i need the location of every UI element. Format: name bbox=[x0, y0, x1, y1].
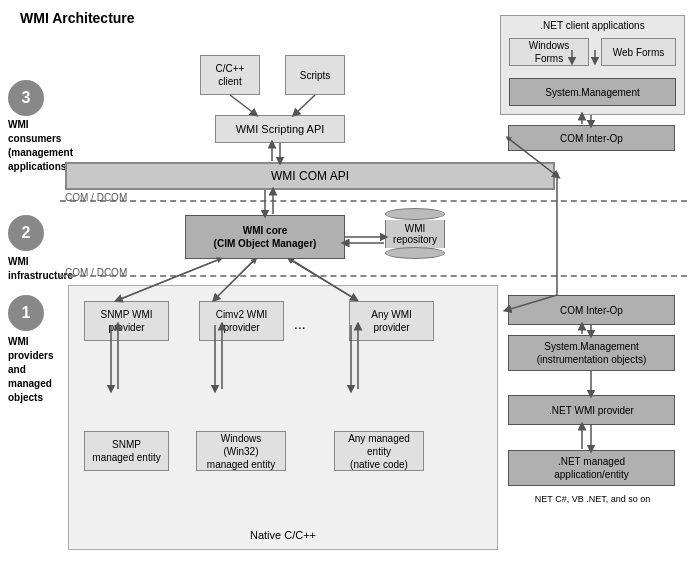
wmi-repository-cylinder: WMI repository bbox=[385, 208, 445, 259]
system-management-bottom-box: System.Management (instrumentation objec… bbox=[508, 335, 675, 371]
dotnet-managed-app-box: .NET managed application/entity bbox=[508, 450, 675, 486]
wmi-com-api-box: WMI COM API bbox=[65, 162, 555, 190]
layer3-label: WMI consumers (management applications) bbox=[8, 118, 63, 174]
system-management-top-box: System.Management bbox=[509, 78, 676, 106]
layer1-label: WMI providers and managed objects bbox=[8, 335, 63, 405]
layer3-circle: 3 bbox=[8, 80, 44, 116]
layer1-circle: 1 bbox=[8, 295, 44, 331]
dotnet-client-region: .NET client applications Windows Forms W… bbox=[500, 15, 685, 115]
ellipsis-label: ... bbox=[294, 316, 306, 332]
windows-forms-box: Windows Forms bbox=[509, 38, 589, 66]
layer1-info: 1 bbox=[8, 295, 44, 331]
cylinder-top bbox=[385, 208, 445, 220]
cylinder-bottom bbox=[385, 247, 445, 259]
svg-line-1 bbox=[295, 95, 315, 114]
dotnet-wmi-provider-box: .NET WMI provider bbox=[508, 395, 675, 425]
svg-line-0 bbox=[230, 95, 255, 114]
com-interop-top-box: COM Inter-Op bbox=[508, 125, 675, 151]
com-dcom-top-separator bbox=[60, 200, 687, 202]
layer2-circle: 2 bbox=[8, 215, 44, 251]
layer2-label: WMI infrastructure bbox=[8, 255, 63, 283]
layer2-info: 2 bbox=[8, 215, 44, 251]
cimv2-wmi-provider-box: Cimv2 WMI provider bbox=[199, 301, 284, 341]
com-interop-bottom-box: COM Inter-Op bbox=[508, 295, 675, 325]
scripts-box: Scripts bbox=[285, 55, 345, 95]
com-dcom-bottom-label: COM / DCOM bbox=[65, 267, 127, 278]
cylinder-body: WMI repository bbox=[385, 220, 445, 248]
snmp-managed-entity-box: SNMP managed entity bbox=[84, 431, 169, 471]
main-container: WMI Architecture 3 WMI consumers (manage… bbox=[0, 0, 697, 583]
native-cpp-region: SNMP WMI provider Cimv2 WMI provider Any… bbox=[68, 285, 498, 550]
wmi-scripting-api-box: WMI Scripting API bbox=[215, 115, 345, 143]
any-wmi-provider-box: Any WMI provider bbox=[349, 301, 434, 341]
com-dcom-top-label: COM / DCOM bbox=[65, 192, 127, 203]
c-cpp-client-box: C/C++ client bbox=[200, 55, 260, 95]
com-dcom-bottom-separator bbox=[60, 275, 687, 277]
layer3-info: 3 bbox=[8, 80, 44, 116]
any-managed-entity-box: Any managed entity (native code) bbox=[334, 431, 424, 471]
snmp-wmi-provider-box: SNMP WMI provider bbox=[84, 301, 169, 341]
wmi-core-box: WMI core (CIM Object Manager) bbox=[185, 215, 345, 259]
native-cpp-label: Native C/C++ bbox=[69, 529, 497, 541]
web-forms-box: Web Forms bbox=[601, 38, 676, 66]
dotnet-client-label: .NET client applications bbox=[501, 20, 684, 31]
windows-managed-entity-box: Windows (Win32) managed entity bbox=[196, 431, 286, 471]
dotnet-footnote: NET C#, VB .NET, and so on bbox=[500, 494, 685, 504]
